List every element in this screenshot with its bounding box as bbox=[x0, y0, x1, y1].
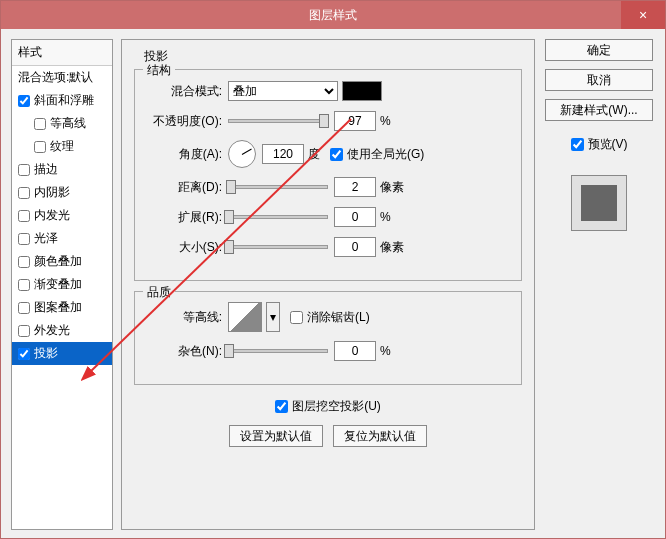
sidebar-item-10[interactable]: 外发光 bbox=[12, 319, 112, 342]
opacity-label: 不透明度(O): bbox=[147, 113, 222, 130]
set-default-button[interactable]: 设置为默认值 bbox=[229, 425, 323, 447]
contour-picker[interactable] bbox=[228, 302, 262, 332]
close-button[interactable]: × bbox=[621, 1, 665, 29]
sidebar-item-label: 等高线 bbox=[50, 115, 86, 132]
global-light-label: 使用全局光(G) bbox=[347, 146, 424, 163]
sidebar-item-11[interactable]: 投影 bbox=[12, 342, 112, 365]
sidebar-item-label: 投影 bbox=[34, 345, 58, 362]
structure-group: 结构 混合模式: 叠加 不透明度(O): % 角度(A): 度 bbox=[134, 69, 522, 281]
noise-label: 杂色(N): bbox=[147, 343, 222, 360]
titlebar[interactable]: 图层样式 × bbox=[1, 1, 665, 29]
sidebar-item-8[interactable]: 渐变叠加 bbox=[12, 273, 112, 296]
sidebar-checkbox-4[interactable] bbox=[18, 187, 30, 199]
sidebar-item-label: 渐变叠加 bbox=[34, 276, 82, 293]
structure-title: 结构 bbox=[143, 62, 175, 79]
angle-unit: 度 bbox=[308, 146, 320, 163]
sidebar-item-4[interactable]: 内阴影 bbox=[12, 181, 112, 204]
antialias-checkbox[interactable] bbox=[290, 311, 303, 324]
knockout-checkbox[interactable] bbox=[275, 400, 288, 413]
reset-default-button[interactable]: 复位为默认值 bbox=[333, 425, 427, 447]
sidebar-item-label: 外发光 bbox=[34, 322, 70, 339]
quality-group: 品质 等高线: ▾ 消除锯齿(L) 杂色(N): % bbox=[134, 291, 522, 385]
noise-slider[interactable] bbox=[228, 349, 328, 353]
sidebar-item-label: 图案叠加 bbox=[34, 299, 82, 316]
preview-label: 预览(V) bbox=[588, 136, 628, 153]
size-slider[interactable] bbox=[228, 245, 328, 249]
opacity-unit: % bbox=[380, 114, 391, 128]
spread-slider[interactable] bbox=[228, 215, 328, 219]
opacity-slider[interactable] bbox=[228, 119, 328, 123]
main-panel: 投影 结构 混合模式: 叠加 不透明度(O): % 角度(A): bbox=[121, 39, 535, 530]
layer-style-dialog: 图层样式 × 样式 混合选项:默认 斜面和浮雕等高线纹理描边内阴影内发光光泽颜色… bbox=[0, 0, 666, 539]
opacity-input[interactable] bbox=[334, 111, 376, 131]
size-label: 大小(S): bbox=[147, 239, 222, 256]
sidebar-checkbox-11[interactable] bbox=[18, 348, 30, 360]
sidebar-item-label: 斜面和浮雕 bbox=[34, 92, 94, 109]
sidebar-checkbox-6[interactable] bbox=[18, 233, 30, 245]
sidebar-blend-defaults[interactable]: 混合选项:默认 bbox=[12, 66, 112, 89]
sidebar-checkbox-9[interactable] bbox=[18, 302, 30, 314]
contour-label: 等高线: bbox=[147, 309, 222, 326]
sidebar-item-9[interactable]: 图案叠加 bbox=[12, 296, 112, 319]
global-light-checkbox[interactable] bbox=[330, 148, 343, 161]
sidebar-checkbox-0[interactable] bbox=[18, 95, 30, 107]
antialias-label: 消除锯齿(L) bbox=[307, 309, 370, 326]
sidebar-checkbox-5[interactable] bbox=[18, 210, 30, 222]
noise-unit: % bbox=[380, 344, 391, 358]
sidebar-item-0[interactable]: 斜面和浮雕 bbox=[12, 89, 112, 112]
sidebar-checkbox-7[interactable] bbox=[18, 256, 30, 268]
sidebar-header: 样式 bbox=[12, 40, 112, 66]
preview-swatch bbox=[581, 185, 617, 221]
preview-checkbox[interactable] bbox=[571, 138, 584, 151]
quality-title: 品质 bbox=[143, 284, 175, 301]
sidebar-item-7[interactable]: 颜色叠加 bbox=[12, 250, 112, 273]
sidebar-checkbox-10[interactable] bbox=[18, 325, 30, 337]
styles-sidebar: 样式 混合选项:默认 斜面和浮雕等高线纹理描边内阴影内发光光泽颜色叠加渐变叠加图… bbox=[11, 39, 113, 530]
new-style-button[interactable]: 新建样式(W)... bbox=[545, 99, 653, 121]
angle-input[interactable] bbox=[262, 144, 304, 164]
blend-mode-select[interactable]: 叠加 bbox=[228, 81, 338, 101]
sidebar-item-label: 颜色叠加 bbox=[34, 253, 82, 270]
ok-button[interactable]: 确定 bbox=[545, 39, 653, 61]
right-panel: 确定 取消 新建样式(W)... 预览(V) bbox=[543, 39, 655, 530]
angle-dial[interactable] bbox=[228, 140, 256, 168]
sidebar-checkbox-2[interactable] bbox=[34, 141, 46, 153]
sidebar-checkbox-8[interactable] bbox=[18, 279, 30, 291]
sidebar-item-2[interactable]: 纹理 bbox=[12, 135, 112, 158]
spread-unit: % bbox=[380, 210, 391, 224]
distance-unit: 像素 bbox=[380, 179, 404, 196]
sidebar-checkbox-3[interactable] bbox=[18, 164, 30, 176]
distance-label: 距离(D): bbox=[147, 179, 222, 196]
sidebar-item-label: 内发光 bbox=[34, 207, 70, 224]
sidebar-item-1[interactable]: 等高线 bbox=[12, 112, 112, 135]
sidebar-item-3[interactable]: 描边 bbox=[12, 158, 112, 181]
shadow-color-swatch[interactable] bbox=[342, 81, 382, 101]
sidebar-item-label: 描边 bbox=[34, 161, 58, 178]
effect-title: 投影 bbox=[144, 48, 522, 65]
preview-box bbox=[571, 175, 627, 231]
sidebar-checkbox-1[interactable] bbox=[34, 118, 46, 130]
distance-input[interactable] bbox=[334, 177, 376, 197]
noise-input[interactable] bbox=[334, 341, 376, 361]
blend-mode-label: 混合模式: bbox=[147, 83, 222, 100]
spread-input[interactable] bbox=[334, 207, 376, 227]
chevron-down-icon[interactable]: ▾ bbox=[266, 302, 280, 332]
sidebar-item-label: 光泽 bbox=[34, 230, 58, 247]
spread-label: 扩展(R): bbox=[147, 209, 222, 226]
window-title: 图层样式 bbox=[309, 7, 357, 24]
sidebar-item-5[interactable]: 内发光 bbox=[12, 204, 112, 227]
angle-label: 角度(A): bbox=[147, 146, 222, 163]
size-input[interactable] bbox=[334, 237, 376, 257]
distance-slider[interactable] bbox=[228, 185, 328, 189]
sidebar-item-6[interactable]: 光泽 bbox=[12, 227, 112, 250]
sidebar-item-label: 内阴影 bbox=[34, 184, 70, 201]
size-unit: 像素 bbox=[380, 239, 404, 256]
cancel-button[interactable]: 取消 bbox=[545, 69, 653, 91]
sidebar-item-label: 纹理 bbox=[50, 138, 74, 155]
knockout-label: 图层挖空投影(U) bbox=[292, 398, 381, 415]
